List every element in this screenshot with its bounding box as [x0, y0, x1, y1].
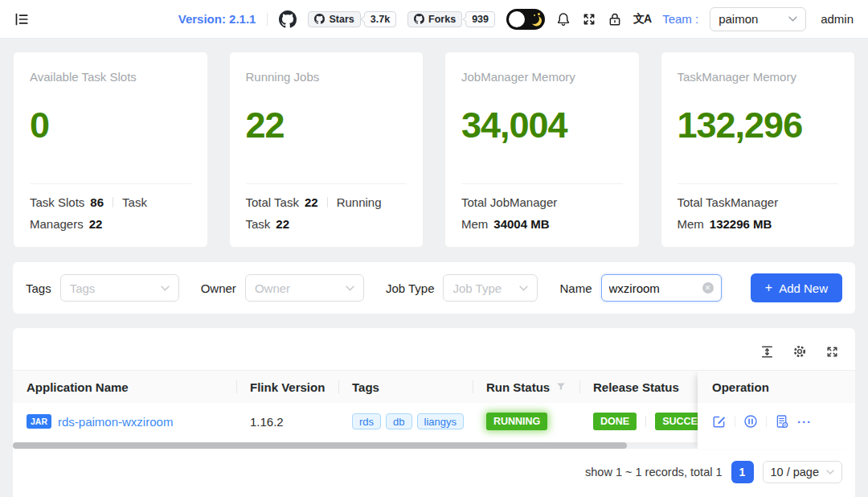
team-select-value: paimon [719, 12, 758, 26]
job-type-select[interactable]: Job Type [443, 274, 538, 302]
cell-run-status: RUNNING [473, 413, 579, 430]
column-header-tags[interactable]: Tags [338, 371, 473, 403]
stat-footer: Total Task22Running Task22 [246, 191, 407, 236]
tag-pill: liangys [417, 413, 464, 429]
owner-filter-label: Owner [201, 281, 236, 295]
github-icon[interactable] [279, 10, 297, 28]
current-user[interactable]: admin [821, 12, 854, 26]
chevron-down-icon [826, 470, 834, 474]
fullscreen-icon[interactable] [582, 12, 596, 27]
forks-count[interactable]: 939 [465, 11, 495, 27]
forks-label: Forks [428, 14, 456, 25]
stat-value: 22 [246, 105, 407, 146]
applications-table-card: Application Name Flink Version Tags Run … [13, 328, 855, 497]
plus-icon: + [765, 281, 772, 295]
cell-application-name: JAR rds-paimon-wxziroom [13, 414, 236, 429]
menu-fold-icon[interactable] [14, 12, 29, 27]
add-new-button[interactable]: + Add New [751, 273, 842, 302]
filter-funnel-icon[interactable] [556, 382, 566, 392]
divider [461, 183, 623, 184]
stats-row: Available Task Slots 0 Task Slots86Task … [13, 51, 855, 248]
stars-button[interactable]: Stars [308, 11, 360, 27]
stat-title: JobManager Memory [461, 70, 623, 84]
theme-toggle[interactable] [506, 9, 545, 30]
stat-title: TaskManager Memory [678, 70, 839, 84]
column-header-release-status[interactable]: Release Status [579, 371, 698, 403]
edit-icon[interactable] [712, 414, 727, 429]
chevron-down-icon [519, 285, 528, 291]
flink-version-value: 1.16.2 [250, 415, 284, 429]
divider [645, 416, 646, 427]
github-forks-widget[interactable]: Forks 939 [407, 11, 495, 27]
forks-button[interactable]: Forks [407, 11, 462, 27]
horizontal-scrollbar[interactable] [13, 442, 698, 449]
tags-select[interactable]: Tags [60, 274, 179, 302]
column-header-operation: Operation [698, 371, 855, 403]
pause-icon[interactable] [743, 414, 758, 429]
stat-footer-value: 22 [305, 195, 318, 209]
name-filter-label: Name [559, 281, 592, 295]
job-type-badge: JAR [27, 414, 51, 429]
stat-card-running-jobs: Running Jobs 22 Total Task22Running Task… [229, 51, 424, 248]
github-stars-widget[interactable]: Stars 3.7k [308, 11, 396, 27]
stat-value: 34,004 [461, 105, 623, 146]
column-header-label: Tags [352, 380, 379, 394]
stat-footer: Total JobManager Mem34004 MB [461, 191, 623, 236]
stat-footer-label: Total Task [246, 195, 299, 209]
stat-value: 0 [30, 105, 191, 146]
table-row[interactable]: JAR rds-paimon-wxziroom 1.16.2 rds db li… [13, 403, 698, 440]
chevron-down-icon [346, 285, 354, 291]
table-fullscreen-icon[interactable] [825, 345, 839, 359]
tag-pill: rds [352, 413, 381, 429]
stat-card-available-task-slots: Available Task Slots 0 Task Slots86Task … [13, 51, 208, 248]
table-toolbar [13, 328, 855, 370]
column-header-label: Operation [712, 380, 769, 394]
job-type-filter-label: Job Type [386, 281, 435, 295]
clear-input-icon[interactable]: ✕ [702, 282, 714, 294]
stat-title: Running Jobs [246, 70, 407, 84]
page-1-button[interactable]: 1 [731, 461, 754, 483]
page-size-select[interactable]: 10 / page [763, 461, 842, 483]
column-header-flink-version[interactable]: Flink Version [236, 371, 338, 403]
row-height-icon[interactable] [760, 345, 774, 359]
cell-flink-version: 1.16.2 [236, 415, 338, 429]
scrollbar-thumb[interactable] [13, 442, 627, 449]
owner-select[interactable]: Owner [245, 274, 364, 302]
table-scroll-viewport: Application Name Flink Version Tags Run … [13, 371, 698, 449]
column-header-label: Flink Version [250, 380, 325, 394]
stat-footer-value: 22 [276, 217, 289, 231]
cell-tags: rds db liangys [338, 413, 473, 429]
team-select[interactable]: paimon [710, 7, 806, 31]
column-header-run-status[interactable]: Run Status [473, 371, 579, 403]
stat-title: Available Task Slots [30, 70, 191, 84]
more-actions-icon[interactable]: ··· [797, 415, 812, 429]
star-icon [538, 13, 540, 15]
divider [678, 183, 839, 184]
translate-icon[interactable]: 文A [633, 12, 651, 27]
stat-footer-label: Task Slots [30, 195, 84, 209]
divider [246, 183, 407, 184]
tags-filter-label: Tags [26, 281, 51, 295]
bell-icon[interactable] [556, 12, 571, 27]
stat-footer-value: 132296 MB [710, 217, 772, 231]
version-text: Version: 2.1.1 [178, 12, 256, 26]
detail-icon[interactable] [775, 414, 789, 429]
divider [30, 183, 191, 184]
chevron-down-icon [161, 285, 170, 291]
stat-footer-value: 34004 MB [493, 217, 549, 231]
table-header-row: Application Name Flink Version Tags Run … [13, 371, 698, 403]
run-status-badge: RUNNING [486, 413, 547, 430]
stat-footer-value: 22 [89, 217, 103, 231]
stat-footer: Total TaskManager Mem132296 MB [678, 191, 839, 236]
column-header-application-name[interactable]: Application Name [13, 371, 236, 403]
stars-count[interactable]: 3.7k [364, 11, 396, 27]
name-input[interactable] [609, 281, 690, 295]
application-link[interactable]: rds-paimon-wxziroom [58, 415, 173, 429]
stat-card-taskmanager-memory: TaskManager Memory 132,296 Total TaskMan… [661, 51, 856, 248]
cell-operation: ··· [698, 403, 855, 440]
page-size-value: 10 / page [771, 466, 819, 479]
divider [735, 416, 735, 427]
lock-icon[interactable] [608, 12, 622, 27]
toggle-knob [509, 11, 525, 27]
settings-gear-icon[interactable] [792, 344, 807, 359]
